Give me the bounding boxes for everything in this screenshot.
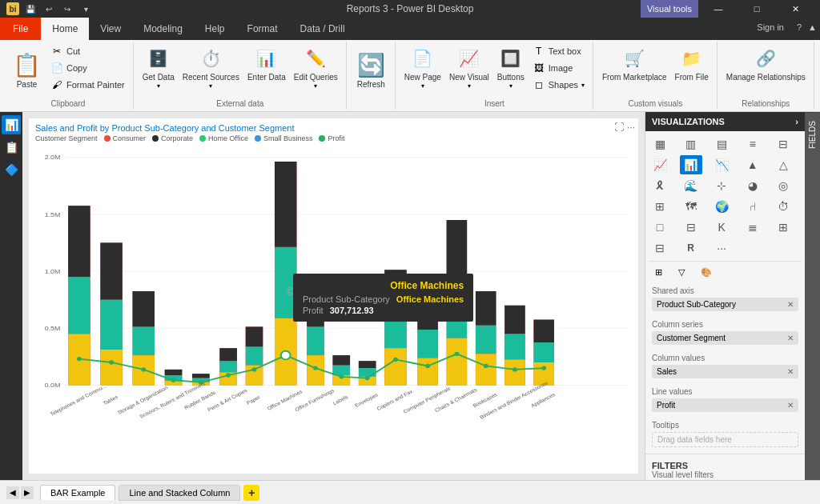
viz-stacked-area[interactable]: △ — [772, 155, 794, 174]
expand-icon[interactable]: ⛶ — [614, 122, 624, 133]
text-box-btn[interactable]: T Text box — [529, 43, 588, 59]
column-series-field[interactable]: Customer Segment ✕ — [652, 331, 798, 345]
copy-btn[interactable]: 📄 Copy — [47, 60, 128, 76]
format-painter-btn[interactable]: 🖌 Format Painter — [47, 77, 128, 93]
viz-area[interactable]: ▲ — [742, 155, 764, 174]
viz-stacked-bar-h[interactable]: ≡ — [742, 134, 764, 154]
viz-matrix[interactable]: ⊟ — [649, 238, 671, 258]
viz-funnel[interactable]: ⑁ — [742, 197, 764, 216]
expand-viz-btn[interactable]: › — [795, 117, 798, 126]
column-series-remove[interactable]: ✕ — [787, 334, 794, 342]
filter-tool-btn[interactable]: ▽ — [672, 265, 691, 280]
tab-data-drill[interactable]: Data / Drill — [289, 18, 356, 40]
line-values-remove[interactable]: ✕ — [787, 401, 794, 410]
page-tab-line-stacked[interactable]: Line and Stacked Column — [119, 485, 240, 501]
recent-sources-btn[interactable]: ⏱️ Recent Sources ▾ — [179, 43, 243, 98]
viz-clustered-bar-h[interactable]: ⊟ — [772, 134, 794, 154]
ribbon-collapse-btn[interactable]: ▲ — [805, 18, 820, 40]
viz-kpi[interactable]: K — [710, 218, 733, 237]
viz-multi-card[interactable]: ⊟ — [680, 218, 702, 237]
more-options-icon[interactable]: ··· — [627, 122, 635, 133]
help-icon[interactable]: ? — [794, 18, 805, 40]
viz-line-stacked[interactable]: 📊 — [680, 155, 702, 174]
filter-icon: ▽ — [678, 267, 685, 278]
image-btn[interactable]: 🖼 Image — [529, 60, 588, 76]
viz-slicer[interactable]: ≣ — [742, 218, 764, 237]
data-view-btn[interactable]: 📋 — [2, 138, 21, 157]
viz-line-clustered[interactable]: 📉 — [710, 155, 733, 174]
paste-btn[interactable]: 📋 Paste — [8, 43, 46, 98]
line-values-field[interactable]: Profit ✕ — [652, 398, 798, 412]
viz-card[interactable]: □ — [649, 218, 671, 237]
from-file-btn[interactable]: 📁 From File — [672, 43, 712, 98]
viz-treemap[interactable]: ⊞ — [649, 197, 671, 216]
title-bar-left: bi 💾 ↩ ↪ ▾ — [6, 1, 94, 17]
shared-axis-field[interactable]: Product Sub-Category ✕ — [652, 298, 798, 311]
viz-donut[interactable]: ◎ — [772, 176, 794, 195]
add-page-btn[interactable]: + — [243, 485, 259, 501]
maximize-btn[interactable]: □ — [738, 0, 775, 18]
new-page-btn[interactable]: 📄 New Page ▾ — [401, 43, 444, 98]
viz-gauge[interactable]: ⏱ — [772, 197, 794, 216]
chart-title: Sales and Profit by Product Sub-Category… — [29, 118, 638, 134]
viz-r[interactable]: R — [680, 238, 702, 258]
viz-ribbon[interactable]: 🎗 — [649, 176, 671, 195]
quick-access-dropdown[interactable]: ▾ — [78, 1, 94, 17]
minimize-btn[interactable]: — — [700, 0, 737, 18]
next-page-btn[interactable]: ▶ — [21, 486, 34, 499]
viz-100-bar[interactable]: ▤ — [710, 134, 733, 154]
tab-help[interactable]: Help — [194, 18, 236, 40]
viz-clustered-bar[interactable]: ▥ — [680, 134, 702, 154]
get-data-btn[interactable]: 🗄️ Get Data ▾ — [139, 43, 178, 98]
cut-btn[interactable]: ✂ Cut — [47, 43, 128, 59]
viz-pie[interactable]: ◕ — [742, 176, 764, 195]
viz-more[interactable]: ··· — [710, 238, 733, 258]
tab-format[interactable]: Format — [236, 18, 289, 40]
viz-scatter[interactable]: ⊹ — [710, 176, 733, 195]
redo-btn[interactable]: ↪ — [59, 1, 75, 17]
viz-line[interactable]: 📈 — [649, 155, 671, 174]
manage-relationships-btn[interactable]: 🔗 Manage Relationships — [723, 43, 809, 98]
tab-view[interactable]: View — [89, 18, 132, 40]
tab-file[interactable]: File — [0, 18, 41, 40]
sign-in-btn[interactable]: Sign in — [747, 18, 794, 40]
text-box-icon: T — [533, 45, 545, 58]
svg-point-86 — [313, 366, 318, 370]
viz-stacked-bar[interactable]: ▦ — [649, 134, 671, 154]
tab-home[interactable]: Home — [41, 18, 89, 40]
fields-tool-btn[interactable]: ⊞ — [649, 265, 669, 280]
svg-rect-63 — [447, 220, 467, 282]
new-visual-btn[interactable]: 📈 New Visual ▾ — [446, 43, 492, 98]
visual-tools-tab[interactable]: Visual tools — [641, 0, 698, 18]
tab-modeling[interactable]: Modeling — [132, 18, 194, 40]
column-values-field[interactable]: Sales ✕ — [652, 365, 798, 378]
close-btn[interactable]: ✕ — [777, 0, 814, 18]
relationships-view-btn[interactable]: 🔷 — [2, 160, 21, 179]
viz-icons-section: ▦ ▥ ▤ ≡ ⊟ 📈 📊 📉 ▲ △ 🎗 🌊 ⊹ ◕ ◎ — [645, 131, 805, 283]
from-marketplace-btn[interactable]: 🛒 From Marketplace — [599, 43, 670, 98]
svg-point-90 — [425, 364, 430, 368]
buttons-btn[interactable]: 🔲 Buttons ▾ — [494, 43, 528, 98]
shapes-btn[interactable]: ◻ Shapes ▾ — [529, 77, 588, 93]
viz-map[interactable]: 🗺 — [680, 197, 702, 216]
viz-table[interactable]: ⊞ — [772, 218, 794, 237]
edit-queries-btn[interactable]: ✏️ Edit Queries ▾ — [291, 43, 341, 98]
fields-side-tab[interactable]: FIELDS — [805, 112, 820, 157]
save-btn[interactable]: 💾 — [22, 1, 38, 17]
prev-page-btn[interactable]: ◀ — [6, 486, 19, 499]
relationships-group: 🔗 Manage Relationships Relationships — [718, 42, 814, 110]
legend-small-business: Small Business — [255, 134, 313, 142]
viz-filled-map[interactable]: 🌍 — [710, 197, 733, 216]
page-tab-bar-example[interactable]: BAR Example — [40, 485, 115, 500]
from-file-icon: 📁 — [679, 46, 705, 71]
format-tool-btn[interactable]: 🎨 — [694, 265, 718, 280]
refresh-btn[interactable]: 🔄 Refresh — [352, 43, 390, 98]
report-view-btn[interactable]: 📊 — [2, 115, 21, 134]
column-values-remove[interactable]: ✕ — [787, 367, 794, 376]
svg-point-85 — [281, 351, 291, 360]
viz-waterfall[interactable]: 🌊 — [680, 176, 702, 195]
enter-data-btn[interactable]: 📊 Enter Data — [244, 43, 289, 98]
undo-btn[interactable]: ↩ — [41, 1, 57, 17]
chart-legend: Customer Segment Consumer Corporate Home… — [29, 134, 638, 146]
shared-axis-remove[interactable]: ✕ — [787, 300, 794, 309]
